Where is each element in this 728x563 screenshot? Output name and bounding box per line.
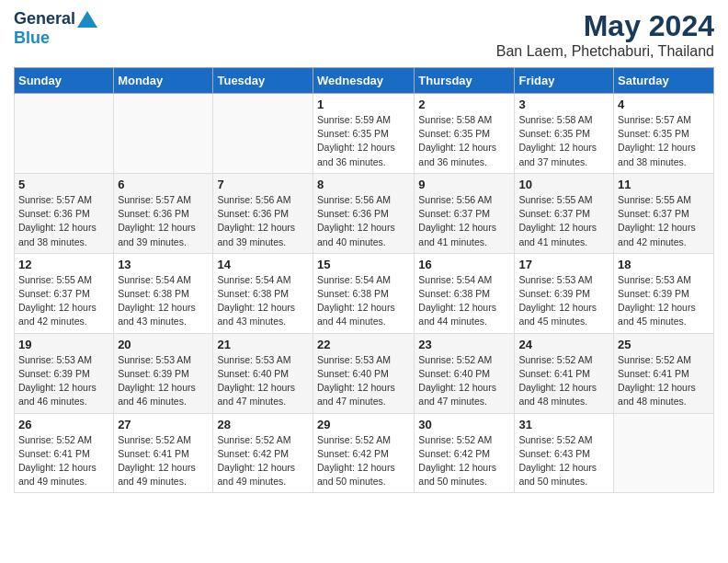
header-cell-friday: Friday	[515, 68, 614, 94]
day-number: 23	[418, 338, 510, 351]
svg-marker-0	[77, 11, 97, 28]
day-info: Sunrise: 5:56 AMSunset: 6:37 PMDaylight:…	[418, 193, 510, 249]
day-cell	[614, 413, 714, 493]
day-cell: 19Sunrise: 5:53 AMSunset: 6:39 PMDayligh…	[15, 333, 114, 413]
day-number: 10	[518, 178, 609, 191]
day-number: 30	[418, 418, 510, 431]
day-info: Sunrise: 5:56 AMSunset: 6:36 PMDaylight:…	[317, 193, 410, 249]
day-cell	[213, 94, 313, 174]
day-info: Sunrise: 5:52 AMSunset: 6:41 PMDaylight:…	[618, 353, 710, 409]
day-number: 26	[18, 418, 109, 431]
day-cell: 6Sunrise: 5:57 AMSunset: 6:36 PMDaylight…	[114, 173, 213, 253]
day-info: Sunrise: 5:55 AMSunset: 6:37 PMDaylight:…	[18, 273, 109, 329]
day-info: Sunrise: 5:52 AMSunset: 6:42 PMDaylight:…	[317, 433, 410, 489]
day-cell: 8Sunrise: 5:56 AMSunset: 6:36 PMDaylight…	[313, 173, 415, 253]
week-row-4: 19Sunrise: 5:53 AMSunset: 6:39 PMDayligh…	[15, 333, 714, 413]
day-info: Sunrise: 5:52 AMSunset: 6:41 PMDaylight:…	[518, 353, 609, 409]
day-info: Sunrise: 5:53 AMSunset: 6:39 PMDaylight:…	[118, 353, 209, 409]
day-info: Sunrise: 5:57 AMSunset: 6:36 PMDaylight:…	[18, 193, 109, 249]
day-info: Sunrise: 5:52 AMSunset: 6:42 PMDaylight:…	[418, 433, 510, 489]
day-info: Sunrise: 5:53 AMSunset: 6:40 PMDaylight:…	[217, 353, 309, 409]
header-cell-thursday: Thursday	[415, 68, 515, 94]
day-number: 17	[518, 258, 609, 271]
title-block: May 2024 Ban Laem, Phetchaburi, Thailand	[496, 9, 714, 60]
day-number: 12	[18, 258, 109, 271]
header-row: SundayMondayTuesdayWednesdayThursdayFrid…	[15, 68, 714, 94]
day-cell: 9Sunrise: 5:56 AMSunset: 6:37 PMDaylight…	[415, 173, 515, 253]
calendar-table: SundayMondayTuesdayWednesdayThursdayFrid…	[14, 67, 714, 493]
day-info: Sunrise: 5:53 AMSunset: 6:39 PMDaylight:…	[618, 273, 710, 329]
day-number: 20	[118, 338, 209, 351]
day-info: Sunrise: 5:52 AMSunset: 6:42 PMDaylight:…	[217, 433, 309, 489]
day-number: 28	[217, 418, 309, 431]
day-number: 1	[317, 98, 410, 111]
day-cell: 22Sunrise: 5:53 AMSunset: 6:40 PMDayligh…	[313, 333, 415, 413]
day-cell: 10Sunrise: 5:55 AMSunset: 6:37 PMDayligh…	[515, 173, 614, 253]
day-number: 31	[518, 418, 609, 431]
logo: General Blue	[14, 9, 97, 48]
header-cell-monday: Monday	[114, 68, 213, 94]
day-cell: 26Sunrise: 5:52 AMSunset: 6:41 PMDayligh…	[15, 413, 114, 493]
day-info: Sunrise: 5:56 AMSunset: 6:36 PMDaylight:…	[217, 193, 309, 249]
header: General Blue May 2024 Ban Laem, Phetchab…	[14, 9, 714, 60]
day-info: Sunrise: 5:55 AMSunset: 6:37 PMDaylight:…	[618, 193, 710, 249]
day-cell: 11Sunrise: 5:55 AMSunset: 6:37 PMDayligh…	[614, 173, 714, 253]
day-cell: 18Sunrise: 5:53 AMSunset: 6:39 PMDayligh…	[614, 253, 714, 333]
day-number: 18	[618, 258, 710, 271]
day-number: 9	[418, 178, 510, 191]
day-info: Sunrise: 5:52 AMSunset: 6:40 PMDaylight:…	[418, 353, 510, 409]
day-cell: 5Sunrise: 5:57 AMSunset: 6:36 PMDaylight…	[15, 173, 114, 253]
day-cell: 14Sunrise: 5:54 AMSunset: 6:38 PMDayligh…	[213, 253, 313, 333]
logo-icon	[77, 11, 97, 28]
day-number: 16	[418, 258, 510, 271]
day-number: 29	[317, 418, 410, 431]
day-info: Sunrise: 5:54 AMSunset: 6:38 PMDaylight:…	[118, 273, 209, 329]
day-cell: 17Sunrise: 5:53 AMSunset: 6:39 PMDayligh…	[515, 253, 614, 333]
day-cell: 29Sunrise: 5:52 AMSunset: 6:42 PMDayligh…	[313, 413, 415, 493]
day-cell: 16Sunrise: 5:54 AMSunset: 6:38 PMDayligh…	[415, 253, 515, 333]
day-number: 27	[118, 418, 209, 431]
day-cell: 24Sunrise: 5:52 AMSunset: 6:41 PMDayligh…	[515, 333, 614, 413]
day-number: 21	[217, 338, 309, 351]
day-number: 24	[518, 338, 609, 351]
day-number: 22	[317, 338, 410, 351]
day-info: Sunrise: 5:58 AMSunset: 6:35 PMDaylight:…	[518, 113, 609, 169]
week-row-1: 1Sunrise: 5:59 AMSunset: 6:35 PMDaylight…	[15, 94, 714, 174]
day-info: Sunrise: 5:52 AMSunset: 6:43 PMDaylight:…	[518, 433, 609, 489]
day-info: Sunrise: 5:57 AMSunset: 6:35 PMDaylight:…	[618, 113, 710, 169]
day-cell: 1Sunrise: 5:59 AMSunset: 6:35 PMDaylight…	[313, 94, 415, 174]
day-cell: 20Sunrise: 5:53 AMSunset: 6:39 PMDayligh…	[114, 333, 213, 413]
day-cell: 25Sunrise: 5:52 AMSunset: 6:41 PMDayligh…	[614, 333, 714, 413]
logo-blue-text: Blue	[14, 29, 50, 48]
logo-general-text: General	[14, 9, 75, 29]
day-cell: 28Sunrise: 5:52 AMSunset: 6:42 PMDayligh…	[213, 413, 313, 493]
day-cell: 4Sunrise: 5:57 AMSunset: 6:35 PMDaylight…	[614, 94, 714, 174]
day-cell: 27Sunrise: 5:52 AMSunset: 6:41 PMDayligh…	[114, 413, 213, 493]
day-number: 15	[317, 258, 410, 271]
day-number: 13	[118, 258, 209, 271]
day-cell	[15, 94, 114, 174]
day-number: 2	[418, 98, 510, 111]
main-title: May 2024	[496, 9, 714, 43]
day-cell	[114, 94, 213, 174]
calendar-container: General Blue May 2024 Ban Laem, Phetchab…	[0, 0, 728, 502]
day-info: Sunrise: 5:54 AMSunset: 6:38 PMDaylight:…	[317, 273, 410, 329]
day-cell: 12Sunrise: 5:55 AMSunset: 6:37 PMDayligh…	[15, 253, 114, 333]
week-row-3: 12Sunrise: 5:55 AMSunset: 6:37 PMDayligh…	[15, 253, 714, 333]
day-info: Sunrise: 5:57 AMSunset: 6:36 PMDaylight:…	[118, 193, 209, 249]
week-row-5: 26Sunrise: 5:52 AMSunset: 6:41 PMDayligh…	[15, 413, 714, 493]
day-number: 3	[518, 98, 609, 111]
day-info: Sunrise: 5:52 AMSunset: 6:41 PMDaylight:…	[18, 433, 109, 489]
header-cell-saturday: Saturday	[614, 68, 714, 94]
day-number: 6	[118, 178, 209, 191]
day-cell: 3Sunrise: 5:58 AMSunset: 6:35 PMDaylight…	[515, 94, 614, 174]
day-number: 4	[618, 98, 710, 111]
day-info: Sunrise: 5:55 AMSunset: 6:37 PMDaylight:…	[518, 193, 609, 249]
day-number: 19	[18, 338, 109, 351]
day-info: Sunrise: 5:54 AMSunset: 6:38 PMDaylight:…	[217, 273, 309, 329]
day-info: Sunrise: 5:53 AMSunset: 6:40 PMDaylight:…	[317, 353, 410, 409]
day-cell: 30Sunrise: 5:52 AMSunset: 6:42 PMDayligh…	[415, 413, 515, 493]
day-cell: 7Sunrise: 5:56 AMSunset: 6:36 PMDaylight…	[213, 173, 313, 253]
header-cell-sunday: Sunday	[15, 68, 114, 94]
day-cell: 13Sunrise: 5:54 AMSunset: 6:38 PMDayligh…	[114, 253, 213, 333]
